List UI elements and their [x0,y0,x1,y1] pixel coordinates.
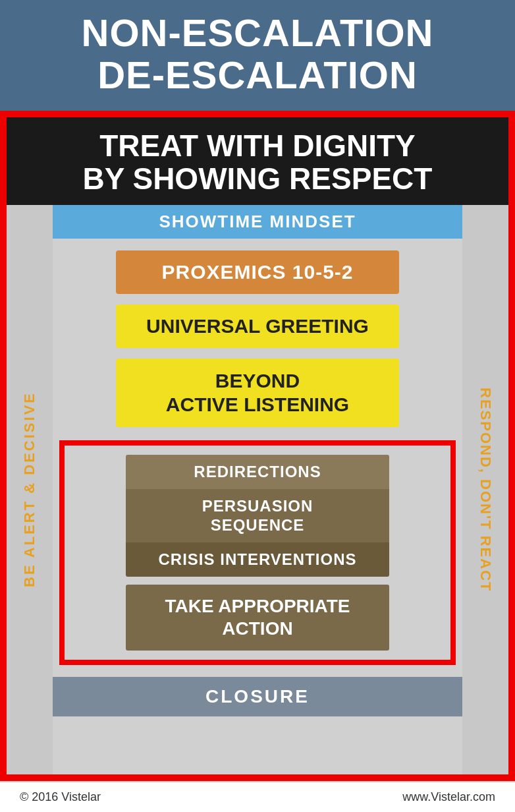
showtime-label: SHOWTIME MINDSET [159,212,356,231]
center-content: SHOWTIME MINDSET PROXEMICS 10-5-2 UNIVER… [53,205,462,774]
action-line1: TAKE APPROPRIATE [165,596,350,616]
crisis-box: CRISIS INTERVENTIONS [126,542,389,577]
listening-box: BEYOND ACTIVE LISTENING [116,359,399,427]
closure-bar: CLOSURE [53,677,462,716]
crisis-label: CRISIS INTERVENTIONS [159,550,357,568]
dignity-line1: TREAT WITH DIGNITY [99,129,416,163]
greeting-label: UNIVERSAL GREETING [146,315,369,337]
redirections-box: REDIRECTIONS [126,455,389,489]
side-label-left: BE ALERT & DECISIVE [7,205,53,774]
header-title-line2: DE-ESCALATION [97,53,418,96]
action-box: TAKE APPROPRIATE ACTION [126,585,389,650]
action-label: TAKE APPROPRIATE ACTION [165,596,350,639]
footer-copyright: © 2016 Vistelar [20,790,101,804]
listening-line1: BEYOND [215,370,300,392]
header-title: NON-ESCALATION DE-ESCALATION [13,12,502,96]
page-wrapper: NON-ESCALATION DE-ESCALATION TREAT WITH … [0,0,515,812]
dignity-line2: BY SHOWING RESPECT [83,161,433,196]
showtime-bar: SHOWTIME MINDSET [53,205,462,239]
persuasion-line1: PERSUASION [202,497,313,515]
header-section: NON-ESCALATION DE-ESCALATION [0,0,515,111]
proxemics-label: PROXEMICS 10-5-2 [161,261,353,283]
footer-section: © 2016 Vistelar www.Vistelar.com [0,781,515,812]
action-line2: ACTION [222,618,292,639]
closure-label: CLOSURE [205,686,310,707]
dignity-header: TREAT WITH DIGNITY BY SHOWING RESPECT [7,117,508,205]
boxes-area: PROXEMICS 10-5-2 UNIVERSAL GREETING BEYO… [53,250,462,427]
persuasion-label: PERSUASION SEQUENCE [202,497,313,534]
redirections-label: REDIRECTIONS [194,463,321,480]
side-left-label: BE ALERT & DECISIVE [21,392,38,587]
inner-box-group: REDIRECTIONS PERSUASION SEQUENCE CRISIS … [126,455,389,577]
greeting-box: UNIVERSAL GREETING [116,304,399,348]
listening-label: BEYOND ACTIVE LISTENING [166,370,349,415]
dignity-title: TREAT WITH DIGNITY BY SHOWING RESPECT [46,129,469,196]
side-right-label: RESPOND, DON'T REACT [477,388,494,592]
content-with-sides: BE ALERT & DECISIVE SHOWTIME MINDSET PRO… [7,205,508,774]
red-inner-section: REDIRECTIONS PERSUASION SEQUENCE CRISIS … [59,440,456,665]
listening-line2: ACTIVE LISTENING [166,393,349,415]
header-title-line1: NON-ESCALATION [82,11,434,54]
persuasion-box: PERSUASION SEQUENCE [126,489,389,543]
side-label-right: RESPOND, DON'T REACT [462,205,508,774]
main-red-border: TREAT WITH DIGNITY BY SHOWING RESPECT BE… [0,111,515,781]
persuasion-line2: SEQUENCE [211,516,305,534]
footer-website: www.Vistelar.com [402,790,495,804]
proxemics-box: PROXEMICS 10-5-2 [116,250,399,294]
